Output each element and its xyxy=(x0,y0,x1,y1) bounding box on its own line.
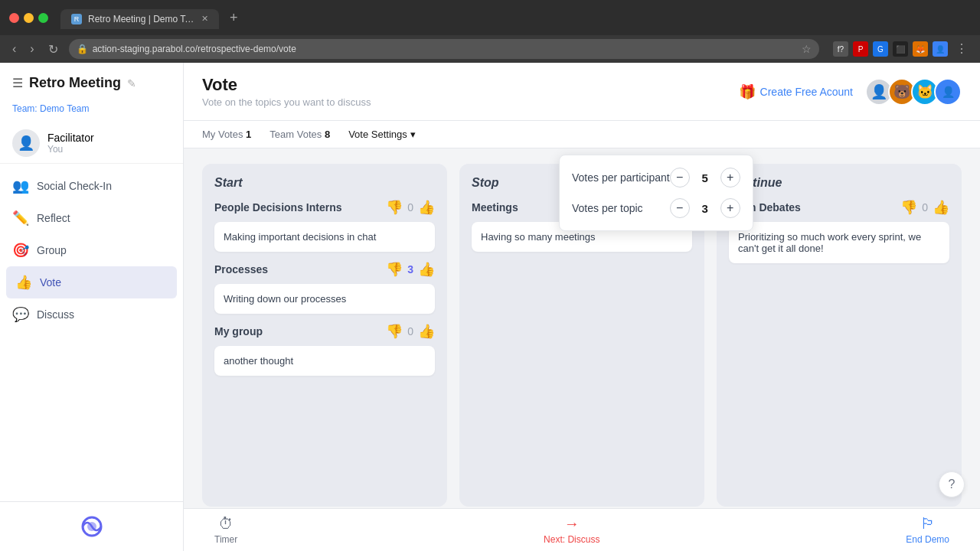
topic-group-my-group: My group 👎 0 👍 another thought xyxy=(214,323,435,376)
vote-count: 0 xyxy=(922,201,928,214)
parabol-logo xyxy=(12,511,171,542)
votes-per-participant-increment[interactable]: + xyxy=(720,168,740,187)
team-votes-label: Team Votes 8 xyxy=(270,129,330,140)
sidebar-item-label: Group xyxy=(37,244,67,256)
vote-actions: 👎 3 👍 xyxy=(386,261,435,278)
nav-items: 👥 Social Check-In ✏️ Reflect 🎯 Group 👍 V… xyxy=(0,164,183,501)
end-demo-button[interactable]: 🏳 End Demo xyxy=(906,515,949,545)
end-label: End Demo xyxy=(906,534,949,545)
ext-3[interactable]: G xyxy=(873,41,888,57)
flag-icon: 🏳 xyxy=(920,515,936,533)
avatar-4[interactable]: 👤 xyxy=(934,78,962,106)
minimize-button[interactable] xyxy=(24,13,34,23)
help-button[interactable]: ? xyxy=(939,471,965,497)
app-title: Retro Meeting xyxy=(29,75,121,91)
pencil-icon: ✏️ xyxy=(12,210,29,227)
sidebar-item-label: Discuss xyxy=(37,308,74,321)
vote-settings-button[interactable]: Vote Settings ▾ xyxy=(348,129,416,140)
url-bar[interactable]: 🔒 action-staging.parabol.co/retrospectiv… xyxy=(69,39,819,59)
votes-per-topic-label: Votes per topic xyxy=(572,202,643,214)
sidebar-item-reflect[interactable]: ✏️ Reflect xyxy=(0,202,183,234)
page-subtitle: Vote on the topics you want to discuss xyxy=(202,96,371,108)
browser-extensions: f? P G ⬛ 🦊 👤 ⋮ xyxy=(833,41,971,57)
hamburger-icon[interactable]: ☰ xyxy=(12,76,23,90)
main-header: Vote Vote on the topics you want to disc… xyxy=(184,63,980,121)
topic-title: My group xyxy=(214,325,263,337)
sidebar-footer xyxy=(0,501,183,551)
votes-per-participant-label: Votes per participant xyxy=(572,171,670,184)
traffic-lights[interactable] xyxy=(9,13,48,23)
facilitator-name: Facilitator xyxy=(47,132,94,144)
ext-4[interactable]: ⬛ xyxy=(893,41,908,57)
thumbsup-icon[interactable]: 👍 xyxy=(418,323,435,340)
arrow-right-icon: → xyxy=(564,515,580,533)
active-tab[interactable]: R Retro Meeting | Demo Team ✕ xyxy=(60,9,219,29)
sidebar-item-vote[interactable]: 👍 Vote xyxy=(6,266,177,298)
address-bar: ‹ › ↻ 🔒 action-staging.parabol.co/retros… xyxy=(0,35,980,63)
chat-icon: 💬 xyxy=(12,306,29,323)
chevron-down-icon: ▾ xyxy=(410,129,416,140)
back-button[interactable]: ‹ xyxy=(9,42,19,56)
topic-title: Meetings xyxy=(472,201,518,214)
votes-per-topic-increment[interactable]: + xyxy=(720,198,740,218)
votes-per-topic-stepper: − 3 + xyxy=(670,198,740,218)
topic-header: Team Debates 👎 0 👍 xyxy=(729,199,949,216)
thumbsup-icon[interactable]: 👍 xyxy=(933,199,949,216)
vote-count: 0 xyxy=(407,325,413,337)
timer-icon: ⏱ xyxy=(218,515,234,533)
topic-group-processes: Processes 👎 3 👍 Writing down our process… xyxy=(214,261,435,314)
topic-card: Prioritizing so much work every sprint, … xyxy=(729,222,949,263)
votes-per-participant-decrement[interactable]: − xyxy=(670,168,690,187)
vote-actions: 👎 0 👍 xyxy=(386,199,435,216)
next-label: Next: Discuss xyxy=(544,534,599,545)
column-start-title: Start xyxy=(214,176,435,190)
timer-button[interactable]: ⏱ Timer xyxy=(214,515,237,545)
votes-per-participant-row: Votes per participant − 5 + xyxy=(572,168,740,187)
gift-icon: 🎁 xyxy=(739,83,756,100)
sidebar-item-group[interactable]: 🎯 Group xyxy=(0,234,183,266)
topic-header: Processes 👎 3 👍 xyxy=(214,261,435,278)
browser-tabs: R Retro Meeting | Demo Team ✕ + xyxy=(60,7,244,29)
next-discuss-button[interactable]: → Next: Discuss xyxy=(544,515,599,545)
vote-settings-label: Vote Settings xyxy=(348,129,407,140)
my-votes-count: 1 xyxy=(246,129,251,140)
thumbsup-icon: 👍 xyxy=(15,274,32,291)
thumbsdown-icon[interactable]: 👎 xyxy=(900,199,917,216)
thumbsdown-icon[interactable]: 👎 xyxy=(386,261,403,278)
thumbsup-icon[interactable]: 👍 xyxy=(418,199,435,216)
url-text[interactable]: action-staging.parabol.co/retrospective-… xyxy=(93,44,296,54)
refresh-button[interactable]: ↻ xyxy=(45,42,61,57)
user-avatars: 👤 🐻 🐱 👤 xyxy=(865,78,962,106)
sidebar: ☰ Retro Meeting ✎ Team: Demo Team 👤 Faci… xyxy=(0,63,184,551)
vote-actions: 👎 0 👍 xyxy=(386,323,435,340)
sidebar-item-label: Reflect xyxy=(37,212,70,224)
new-tab-button[interactable]: + xyxy=(224,7,244,29)
sidebar-item-discuss[interactable]: 💬 Discuss xyxy=(0,298,183,331)
sidebar-item-label: Social Check-In xyxy=(37,180,112,192)
create-free-button[interactable]: 🎁 Create Free Acount xyxy=(739,83,853,100)
header-right: 🎁 Create Free Acount 👤 🐻 🐱 👤 xyxy=(739,78,962,106)
votes-per-participant-stepper: − 5 + xyxy=(670,168,740,187)
votes-per-topic-decrement[interactable]: − xyxy=(670,198,690,218)
more-extensions[interactable]: ⋮ xyxy=(952,41,971,57)
question-icon: ? xyxy=(949,478,956,491)
ext-2[interactable]: P xyxy=(853,41,868,57)
ext-5[interactable]: 🦊 xyxy=(913,41,928,57)
vote-count: 0 xyxy=(407,201,413,214)
bottom-bar: ⏱ Timer → Next: Discuss 🏳 End Demo xyxy=(184,508,980,551)
thumbsup-icon[interactable]: 👍 xyxy=(418,261,435,278)
thumbsdown-icon[interactable]: 👎 xyxy=(386,199,403,216)
votes-per-topic-value: 3 xyxy=(697,202,713,215)
ext-1[interactable]: f? xyxy=(833,41,848,57)
vote-controls-bar: My Votes 1 Team Votes 8 Vote Settings ▾ … xyxy=(184,121,980,148)
forward-button[interactable]: › xyxy=(27,42,37,56)
tab-close-icon[interactable]: ✕ xyxy=(201,14,208,24)
thumbsdown-icon[interactable]: 👎 xyxy=(386,323,403,340)
app-container: ☰ Retro Meeting ✎ Team: Demo Team 👤 Faci… xyxy=(0,63,980,551)
page-title: Vote xyxy=(202,75,371,95)
close-button[interactable] xyxy=(9,13,19,23)
ext-6[interactable]: 👤 xyxy=(933,41,948,57)
maximize-button[interactable] xyxy=(38,13,48,23)
sidebar-item-social-check-in[interactable]: 👥 Social Check-In xyxy=(0,170,183,202)
edit-icon[interactable]: ✎ xyxy=(127,77,136,90)
